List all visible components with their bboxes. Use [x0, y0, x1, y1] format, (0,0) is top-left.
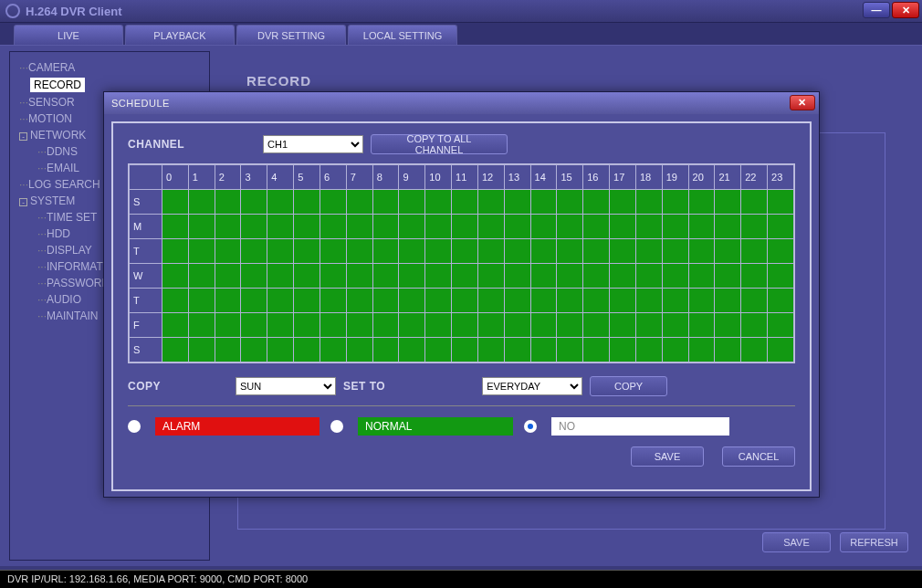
schedule-cell[interactable] — [688, 239, 715, 264]
schedule-cell[interactable] — [477, 289, 504, 313]
schedule-cell[interactable] — [425, 289, 452, 313]
tree-item-record[interactable]: RECORD — [30, 78, 85, 92]
tab-live[interactable]: LIVE — [14, 25, 123, 45]
schedule-cell[interactable] — [768, 264, 794, 289]
schedule-cell[interactable] — [267, 239, 294, 264]
schedule-cell[interactable] — [688, 289, 715, 313]
schedule-cell[interactable] — [346, 239, 372, 264]
schedule-cell[interactable] — [662, 313, 688, 338]
schedule-cell[interactable] — [715, 338, 741, 362]
schedule-cell[interactable] — [504, 338, 530, 362]
schedule-cell[interactable] — [162, 239, 189, 264]
schedule-cell[interactable] — [662, 239, 688, 264]
schedule-cell[interactable] — [768, 215, 794, 239]
schedule-grid[interactable]: 01234567891011121314151617181920212223SM… — [128, 163, 795, 363]
schedule-cell[interactable] — [768, 190, 794, 215]
schedule-cell[interactable] — [425, 190, 452, 215]
schedule-cell[interactable] — [557, 239, 583, 264]
schedule-cell[interactable] — [452, 289, 478, 313]
schedule-cell[interactable] — [162, 215, 189, 239]
schedule-cell[interactable] — [425, 264, 452, 289]
schedule-cell[interactable] — [741, 289, 768, 313]
schedule-cell[interactable] — [635, 264, 662, 289]
schedule-cell[interactable] — [557, 190, 583, 215]
schedule-cell[interactable] — [477, 239, 504, 264]
set-to-select[interactable]: EVERYDAY — [482, 377, 582, 395]
schedule-cell[interactable] — [768, 289, 794, 313]
schedule-cell[interactable] — [241, 215, 267, 239]
schedule-cell[interactable] — [294, 338, 320, 362]
schedule-cell[interactable] — [162, 313, 189, 338]
schedule-cell[interactable] — [215, 190, 241, 215]
schedule-cell[interactable] — [741, 239, 768, 264]
schedule-cell[interactable] — [477, 215, 504, 239]
schedule-cell[interactable] — [425, 313, 452, 338]
dialog-close-button[interactable]: ✕ — [790, 95, 815, 110]
schedule-cell[interactable] — [346, 289, 372, 313]
schedule-cell[interactable] — [372, 313, 399, 338]
schedule-cell[interactable] — [635, 215, 662, 239]
schedule-cell[interactable] — [241, 264, 267, 289]
schedule-cell[interactable] — [320, 215, 346, 239]
schedule-cell[interactable] — [267, 313, 294, 338]
schedule-cell[interactable] — [504, 264, 530, 289]
schedule-cell[interactable] — [530, 239, 557, 264]
schedule-cell[interactable] — [504, 239, 530, 264]
schedule-cell[interactable] — [662, 338, 688, 362]
schedule-cell[interactable] — [267, 215, 294, 239]
schedule-cell[interactable] — [294, 289, 320, 313]
schedule-cell[interactable] — [241, 289, 267, 313]
schedule-cell[interactable] — [768, 313, 794, 338]
schedule-cell[interactable] — [741, 338, 768, 362]
schedule-cell[interactable] — [715, 264, 741, 289]
schedule-cell[interactable] — [715, 313, 741, 338]
schedule-cell[interactable] — [320, 338, 346, 362]
schedule-cell[interactable] — [688, 313, 715, 338]
schedule-cell[interactable] — [215, 215, 241, 239]
schedule-cell[interactable] — [452, 313, 478, 338]
close-button[interactable]: ✕ — [892, 2, 919, 18]
schedule-cell[interactable] — [610, 239, 636, 264]
schedule-cell[interactable] — [583, 264, 610, 289]
tree-item-camera[interactable]: ···CAMERA — [14, 59, 205, 76]
schedule-cell[interactable] — [294, 264, 320, 289]
schedule-cell[interactable] — [188, 239, 215, 264]
schedule-cell[interactable] — [294, 313, 320, 338]
schedule-cell[interactable] — [452, 264, 478, 289]
schedule-cell[interactable] — [372, 289, 399, 313]
schedule-cell[interactable] — [372, 264, 399, 289]
schedule-cell[interactable] — [715, 289, 741, 313]
schedule-cell[interactable] — [557, 215, 583, 239]
schedule-cell[interactable] — [162, 264, 189, 289]
alarm-radio[interactable] — [128, 420, 141, 433]
schedule-cell[interactable] — [372, 215, 399, 239]
schedule-cell[interactable] — [662, 215, 688, 239]
schedule-cell[interactable] — [477, 313, 504, 338]
schedule-cell[interactable] — [399, 215, 425, 239]
schedule-cell[interactable] — [241, 239, 267, 264]
copy-to-all-button[interactable]: COPY TO ALL CHANNEL — [371, 134, 508, 154]
schedule-cell[interactable] — [768, 239, 794, 264]
schedule-cell[interactable] — [320, 239, 346, 264]
schedule-cell[interactable] — [688, 215, 715, 239]
tab-playback[interactable]: PLAYBACK — [125, 25, 235, 45]
schedule-cell[interactable] — [188, 289, 215, 313]
schedule-cell[interactable] — [635, 239, 662, 264]
schedule-cell[interactable] — [267, 264, 294, 289]
tree-collapse-icon[interactable]: - — [19, 132, 27, 141]
schedule-cell[interactable] — [530, 289, 557, 313]
schedule-cell[interactable] — [583, 239, 610, 264]
schedule-cell[interactable] — [741, 190, 768, 215]
schedule-cell[interactable] — [294, 190, 320, 215]
schedule-cell[interactable] — [741, 264, 768, 289]
schedule-cell[interactable] — [557, 313, 583, 338]
schedule-cell[interactable] — [399, 313, 425, 338]
minimize-button[interactable]: — — [863, 2, 890, 18]
schedule-cell[interactable] — [610, 289, 636, 313]
schedule-cell[interactable] — [241, 338, 267, 362]
schedule-cell[interactable] — [188, 338, 215, 362]
schedule-cell[interactable] — [215, 264, 241, 289]
copy-from-select[interactable]: SUN — [236, 377, 336, 395]
schedule-cell[interactable] — [530, 313, 557, 338]
schedule-cell[interactable] — [188, 264, 215, 289]
